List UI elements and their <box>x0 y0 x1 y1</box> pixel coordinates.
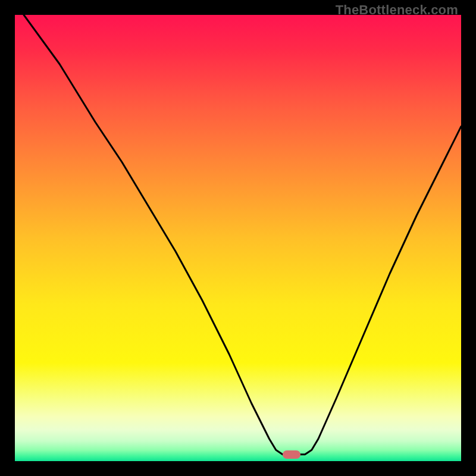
plot-area <box>15 15 461 461</box>
chart-frame: TheBottleneck.com <box>0 0 476 476</box>
optimum-indicator <box>283 450 300 459</box>
bottleneck-curve <box>15 15 461 461</box>
watermark-text: TheBottleneck.com <box>336 2 458 18</box>
